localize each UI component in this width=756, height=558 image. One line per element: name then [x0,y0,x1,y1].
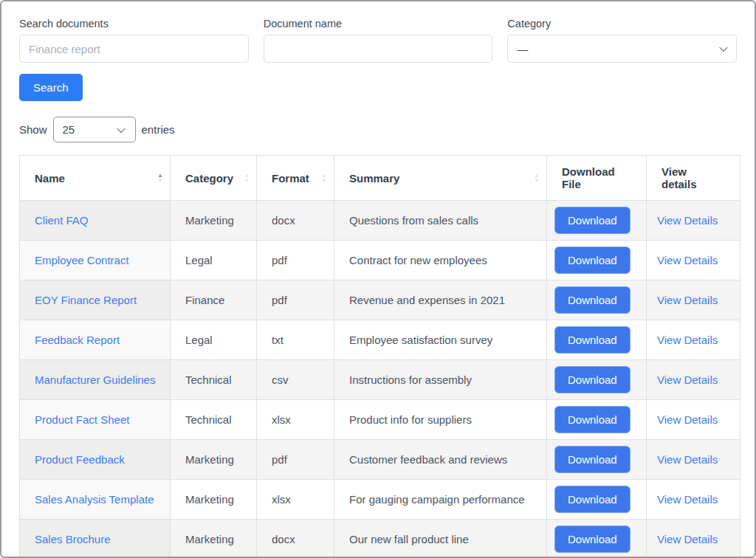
format-cell: xlsx [257,480,334,520]
download-cell: Download [547,440,647,480]
document-name-link[interactable]: Manufacturer Guidelines [35,373,155,386]
sort-icon: ▲▼ [321,173,327,183]
category-cell: Finance [171,280,257,320]
download-button[interactable]: Download [554,486,630,513]
view-details-cell: View Details [647,520,740,558]
name-cell: Manufacturer Guidelines [20,360,171,400]
page-size-select[interactable]: 25 [53,117,136,142]
download-cell: Download [547,280,647,320]
download-button[interactable]: Download [554,326,630,354]
entries-control: Show 25 entries [19,117,737,142]
document-name-link[interactable]: Product Feedback [35,453,125,466]
format-cell: pdf [257,440,334,480]
table-header-row: Name ▲▼ Category ▲▼ Format ▲▼ Summary ▲▼ [20,156,740,201]
column-header-label: View details [662,165,697,190]
table-row: Sales Analysis Template Marketing xlsx F… [20,480,740,520]
search-documents-field: Search documents [19,18,249,63]
category-cell: Technical [171,400,257,440]
view-details-cell: View Details [647,440,740,480]
column-header-view-details: View details [647,156,740,201]
column-header-name[interactable]: Name ▲▼ [20,156,171,201]
document-name-link[interactable]: EOY Finance Report [35,294,137,306]
name-cell: Feedback Report [20,320,171,360]
search-documents-label: Search documents [19,18,249,30]
download-button[interactable]: Download [554,526,630,553]
category-cell: Marketing [171,480,257,520]
download-cell: Download [547,241,647,280]
document-name-field: Document name [264,18,493,63]
summary-cell: Questions from sales calls [334,201,547,241]
column-header-download-file: Download File [547,156,647,201]
view-details-link[interactable]: View Details [657,334,718,346]
category-cell: Technical [171,360,257,400]
download-button[interactable]: Download [554,366,630,393]
column-header-format[interactable]: Format ▲▼ [257,156,334,201]
format-cell: docx [257,520,334,558]
download-cell: Download [547,320,647,360]
search-button[interactable]: Search [19,74,83,101]
table-row: Employee Contract Legal pdf Contract for… [20,241,740,280]
summary-cell: Customer feedback and reviews [334,440,547,480]
category-field: Category — [507,18,737,63]
document-name-link[interactable]: Employee Contract [35,254,129,266]
view-details-cell: View Details [647,400,740,440]
view-details-cell: View Details [647,480,740,520]
category-cell: Marketing [171,201,257,241]
document-name-link[interactable]: Product Fact Sheet [35,413,129,426]
download-button[interactable]: Download [554,247,630,274]
name-cell: Client FAQ [20,201,171,241]
view-details-link[interactable]: View Details [657,214,718,227]
sort-icon: ▲▼ [534,173,540,183]
download-button[interactable]: Download [554,446,630,473]
table-row: Sales Brochure Marketing docx Our new fa… [20,520,740,558]
table-row: Product Fact Sheet Technical xlsx Produc… [20,400,740,440]
category-select[interactable]: — [507,35,737,63]
document-name-link[interactable]: Feedback Report [35,334,120,346]
search-documents-input[interactable] [19,35,249,63]
format-cell: docx [257,201,334,241]
document-name-link[interactable]: Sales Analysis Template [35,493,154,506]
download-cell: Download [547,360,647,400]
summary-cell: For gauging campaign performance [334,480,547,520]
view-details-link[interactable]: View Details [657,254,718,266]
view-details-link[interactable]: View Details [657,493,718,506]
table-row: Product Feedback Marketing pdf Customer … [20,440,740,480]
column-header-category[interactable]: Category ▲▼ [171,156,257,201]
column-header-summary[interactable]: Summary ▲▼ [334,156,547,201]
view-details-cell: View Details [647,201,740,241]
name-cell: Product Feedback [20,440,171,480]
document-name-link[interactable]: Client FAQ [35,214,89,227]
summary-cell: Product info for suppliers [334,400,547,440]
name-cell: EOY Finance Report [20,280,171,320]
name-cell: Product Fact Sheet [20,400,171,440]
format-cell: xlsx [257,400,334,440]
document-name-label: Document name [264,18,493,30]
column-header-label: Format [272,172,309,185]
column-header-label: Download File [562,165,615,190]
view-details-link[interactable]: View Details [657,413,718,426]
column-header-label: Summary [349,172,399,185]
download-button[interactable]: Download [554,286,630,314]
download-cell: Download [547,480,647,520]
view-details-cell: View Details [647,320,740,360]
table-row: Feedback Report Legal txt Employee satis… [20,320,740,360]
view-details-link[interactable]: View Details [657,533,718,545]
view-details-link[interactable]: View Details [657,453,718,466]
category-label: Category [507,18,737,30]
view-details-link[interactable]: View Details [657,294,718,306]
sort-icon: ▲▼ [157,173,163,183]
documents-table: Name ▲▼ Category ▲▼ Format ▲▼ Summary ▲▼ [19,155,740,558]
document-name-link[interactable]: Sales Brochure [35,533,111,545]
view-details-cell: View Details [647,241,740,280]
download-button[interactable]: Download [554,406,630,433]
download-button[interactable]: Download [554,207,630,234]
document-name-input[interactable] [264,35,493,63]
view-details-link[interactable]: View Details [657,373,718,386]
name-cell: Sales Analysis Template [20,480,171,520]
format-cell: pdf [257,241,334,280]
name-cell: Employee Contract [20,241,171,280]
format-cell: txt [257,320,334,360]
show-label: Show [19,123,47,136]
sort-icon: ▲▼ [244,173,250,183]
page-frame: Search documents Document name Category … [0,0,756,558]
